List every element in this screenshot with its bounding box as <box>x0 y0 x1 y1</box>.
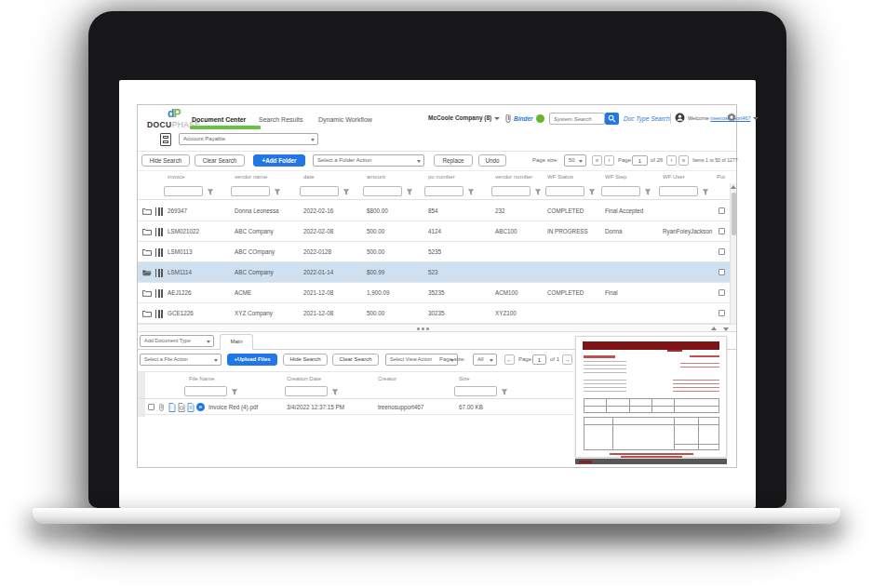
next-page-button[interactable]: → <box>562 354 572 365</box>
hide-search-button[interactable]: Hide Search <box>283 354 328 366</box>
next-page-button[interactable]: › <box>666 155 677 166</box>
doc-type-search-link[interactable]: Doc Type Search <box>624 115 670 122</box>
document-icon[interactable] <box>168 403 176 412</box>
filter-icon[interactable] <box>406 188 413 196</box>
cell-date: 2021-12-08 <box>303 310 333 316</box>
first-page-button[interactable]: « <box>592 155 602 166</box>
scroll-up-icon[interactable] <box>731 185 736 189</box>
open-folder-icon[interactable] <box>142 269 152 276</box>
filter-invoice-input[interactable] <box>164 186 203 196</box>
filter-icon[interactable] <box>274 188 281 196</box>
folder-icon[interactable] <box>142 207 152 215</box>
collapse-down-icon[interactable] <box>723 327 729 331</box>
table-row[interactable]: LSM0113 ABC COmpany 2022-0128 500.00 523… <box>138 242 731 262</box>
file-page-number-input[interactable] <box>532 354 546 365</box>
col-amount: amount <box>367 174 385 180</box>
table-row[interactable]: LSM021022 ABC Company 2022-02-08 500.00 … <box>138 221 731 242</box>
folder-icon[interactable] <box>142 310 152 317</box>
folder-icon[interactable] <box>142 228 152 235</box>
barcode-icon[interactable] <box>155 228 163 236</box>
info-circle-icon[interactable]: e <box>196 403 205 411</box>
clear-search-button[interactable]: Clear Search <box>332 354 379 366</box>
row-checkbox[interactable] <box>719 310 725 316</box>
row-checkbox[interactable] <box>719 289 725 296</box>
barcode-icon[interactable] <box>155 269 163 277</box>
divider <box>138 151 736 152</box>
page-size-select[interactable]: 50 <box>564 154 586 167</box>
collapse-up-icon[interactable] <box>711 327 717 330</box>
filter-icon[interactable] <box>588 188 596 196</box>
filter-icon[interactable] <box>501 388 508 396</box>
filter-icon[interactable] <box>467 188 475 196</box>
filter-vendor-number-input[interactable] <box>491 186 531 196</box>
gear-icon[interactable] <box>727 113 736 123</box>
row-checkbox[interactable] <box>719 228 725 234</box>
barcode-icon[interactable] <box>155 310 163 318</box>
cell-po: 4124 <box>428 228 441 234</box>
prev-page-button[interactable]: ‹ <box>604 155 614 166</box>
pane-splitter[interactable] <box>138 324 736 332</box>
add-folder-button[interactable]: +Add Folder <box>253 154 305 167</box>
table-row[interactable]: GCE1226 XYZ Company 2021-12-08 500.00 30… <box>138 303 731 324</box>
folder-icon[interactable] <box>142 248 152 256</box>
last-page-button[interactable]: » <box>678 155 689 166</box>
add-document-type-select[interactable]: Add Document Type <box>140 335 214 347</box>
table-row[interactable]: AEJ1226 ACME 2021-12-08 1,900.09 35235 A… <box>138 283 731 303</box>
filter-icon[interactable] <box>331 388 339 396</box>
filter-icon[interactable] <box>342 188 350 196</box>
file-page-size-select[interactable]: All <box>473 354 497 366</box>
folder-action-select[interactable]: Select a Folder Action <box>313 154 424 167</box>
folder-icon[interactable] <box>142 289 152 297</box>
filter-date-input[interactable] <box>300 186 339 196</box>
document-copy-icon[interactable] <box>187 403 195 412</box>
hide-search-button[interactable]: Hide Search <box>141 154 190 167</box>
tab-search-results[interactable]: Search Results <box>259 116 302 123</box>
row-checkbox[interactable] <box>719 248 725 255</box>
tab-dynamic-workflow[interactable]: Dynamic Workflow <box>318 116 372 123</box>
document-history-icon[interactable] <box>178 403 185 412</box>
cabinet-select[interactable]: Account Payable <box>179 133 318 145</box>
filter-size-input[interactable] <box>454 386 497 396</box>
preview-toolbar-strip[interactable] <box>575 459 727 464</box>
file-action-select[interactable]: Select a File Action <box>140 354 222 366</box>
tab-document-center[interactable]: Document Center <box>192 116 246 123</box>
filter-wf-user-input[interactable] <box>659 186 698 196</box>
filter-po-input[interactable] <box>424 186 463 196</box>
cell-file-name[interactable]: Invoice Red (4).pdf <box>208 404 258 410</box>
vertical-scrollbar[interactable] <box>730 183 736 324</box>
filter-creation-date-input[interactable] <box>285 386 328 396</box>
clear-search-button[interactable]: Clear Search <box>195 154 245 167</box>
scrollbar-thumb[interactable] <box>732 193 736 235</box>
barcode-icon[interactable] <box>155 248 163 257</box>
row-checkbox[interactable] <box>719 207 725 214</box>
prev-page-button[interactable]: ← <box>504 354 515 365</box>
barcode-icon[interactable] <box>155 207 163 216</box>
replace-button[interactable]: Replace <box>434 154 473 167</box>
tab-main[interactable]: Main <box>220 334 253 350</box>
filter-amount-input[interactable] <box>363 186 402 196</box>
welcome-user[interactable]: Welcome treenosupport467 <box>688 115 759 121</box>
page-number-input[interactable] <box>632 155 648 166</box>
filter-wf-step-input[interactable] <box>601 186 640 196</box>
filter-icon[interactable] <box>207 188 214 196</box>
file-row[interactable]: e Invoice Red (4).pdf 3/4/2022 12:37:15 … <box>138 399 573 415</box>
preview-header-band <box>583 341 719 350</box>
filter-icon[interactable] <box>534 188 542 196</box>
table-row[interactable]: 269347 Donna Leonessa 2022-02-16 $800.00… <box>138 201 731 221</box>
filter-icon[interactable] <box>231 388 238 396</box>
filter-icon[interactable] <box>644 188 651 196</box>
search-button[interactable] <box>605 113 619 125</box>
upload-files-button[interactable]: +Upload Files <box>227 354 277 366</box>
filter-icon[interactable] <box>702 188 709 196</box>
filter-file-name-input[interactable] <box>184 386 227 396</box>
table-row-selected[interactable]: LSM1114 ABC Company 2022-01-14 $00.99 52… <box>138 262 731 283</box>
filter-wf-status-input[interactable] <box>545 186 584 196</box>
binder-link[interactable]: Binder <box>514 115 533 122</box>
filter-vendor-input[interactable] <box>231 186 270 196</box>
company-selector[interactable]: McCoole Company (8) <box>428 114 500 121</box>
system-search-input[interactable] <box>552 114 602 123</box>
undo-button[interactable]: Undo <box>478 154 506 167</box>
barcode-icon[interactable] <box>155 289 163 298</box>
row-checkbox[interactable] <box>719 269 725 275</box>
file-checkbox[interactable] <box>148 404 154 410</box>
